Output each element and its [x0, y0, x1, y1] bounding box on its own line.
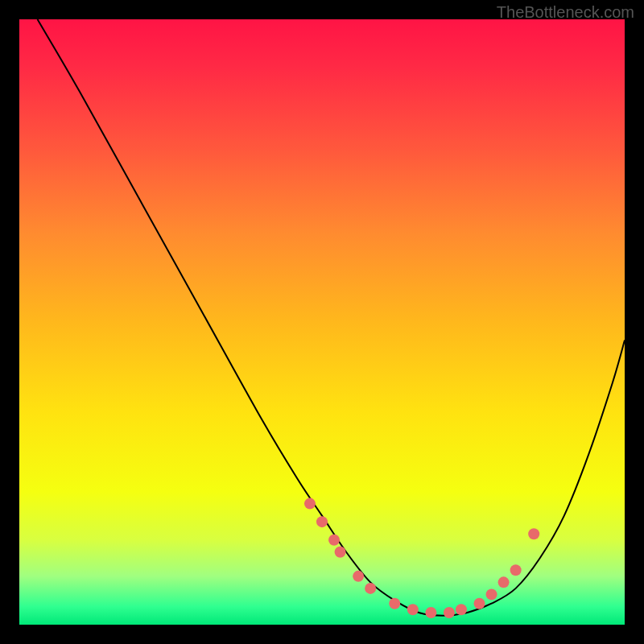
chart-plot-area	[19, 19, 625, 625]
chart-marker-group	[304, 498, 539, 618]
chart-marker-point	[353, 571, 364, 582]
chart-marker-point	[474, 598, 485, 609]
chart-marker-point	[456, 604, 467, 615]
chart-marker-point	[498, 576, 510, 588]
chart-marker-point	[335, 547, 346, 558]
chart-marker-point	[365, 583, 376, 594]
chart-marker-point	[486, 588, 497, 600]
chart-marker-point	[444, 607, 455, 618]
watermark-text: TheBottleneck.com	[497, 3, 634, 22]
chart-svg	[19, 19, 625, 625]
chart-marker-point	[389, 598, 400, 609]
chart-marker-point	[407, 604, 419, 615]
chart-marker-point	[316, 516, 328, 527]
chart-marker-point	[304, 498, 316, 510]
chart-marker-point	[510, 564, 522, 576]
chart-curve-line	[38, 19, 625, 616]
chart-marker-point	[528, 528, 539, 539]
chart-marker-point	[425, 607, 436, 618]
chart-marker-point	[328, 535, 340, 546]
